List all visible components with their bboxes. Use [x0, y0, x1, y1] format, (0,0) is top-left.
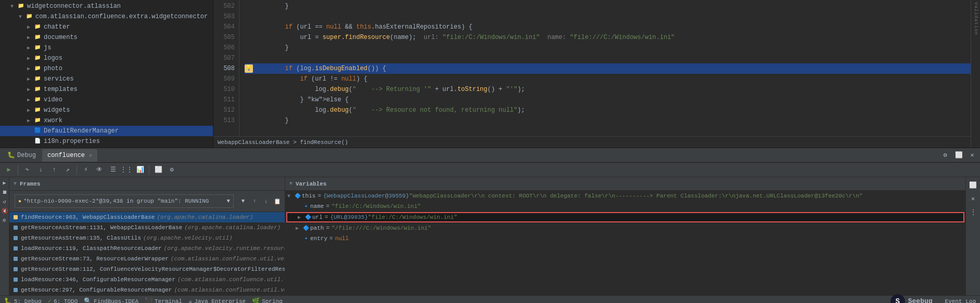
tree-item-video[interactable]: ▶📁video — [0, 95, 213, 105]
run-to-cursor-btn[interactable]: ↗ — [62, 164, 73, 176]
rp-close-icon[interactable]: ✕ — [968, 193, 979, 204]
rp-more-icon[interactable]: ⋮ — [968, 206, 979, 218]
var-item-this[interactable]: ▼🔷this={WebappClassLoader@39559}"WebappC… — [285, 191, 965, 201]
status-spring[interactable]: 🌿 Spring — [252, 297, 283, 303]
var-item-entry[interactable]: 🔹entry=null — [285, 233, 965, 244]
code-line-509: if (url != null) { — [245, 74, 971, 84]
frame-label: getResource:297, ConfigurableResourceMan… — [21, 287, 172, 293]
threads-btn[interactable]: ⋮⋮ — [121, 164, 132, 176]
status-java-enterprise-label: Java Enterprise — [194, 298, 246, 304]
frame-detail: (org.apache.catalina.loader) — [184, 225, 281, 231]
step-into-btn[interactable]: ↓ — [35, 164, 46, 176]
variables-content[interactable]: ▼🔷this={WebappClassLoader@39559}"WebappC… — [285, 191, 965, 295]
tree-item-defaultrendermanager[interactable]: 🟦DefaultRenderManager — [0, 126, 213, 136]
status-event-log[interactable]: Event Log — [945, 298, 976, 304]
tab-debug[interactable]: 🐛 Debug — [2, 149, 41, 162]
folder-icon: 📁 — [33, 75, 42, 83]
watch-btn[interactable]: 👁 — [94, 164, 105, 176]
thread-dropdown[interactable]: ● *http-nio-9090-exec-2*@39,438 in group… — [15, 194, 234, 208]
step-over-btn[interactable]: ↷ — [21, 164, 33, 176]
frame-item-5[interactable]: getResourceStream:112, ConfluenceVelocit… — [9, 264, 285, 274]
tree-item-xwork[interactable]: ▶📁xwork — [0, 115, 213, 126]
tree-item-documents[interactable]: ▶📁documents — [0, 32, 213, 43]
frames-content[interactable]: findResource:963, WebappClassLoaderBase(… — [9, 212, 285, 295]
frame-item-1[interactable]: getResourceAsStream:1131, WebappClassLoa… — [9, 222, 285, 233]
var-equals: = — [317, 193, 321, 199]
folder-icon: 📁 — [33, 44, 42, 52]
tree-item-js[interactable]: ▶📁js — [0, 43, 213, 53]
close-debug-btn[interactable]: ✕ — [966, 150, 978, 161]
tab-confluence-close[interactable]: ✕ — [89, 152, 92, 159]
frame-item-0[interactable]: findResource:963, WebappClassLoaderBase(… — [9, 212, 285, 222]
status-debug[interactable]: 🐛 5: Debug — [4, 297, 42, 303]
tree-item-label: templates — [44, 86, 78, 93]
tree-item-i18n.properties[interactable]: 📄i18n.properties — [0, 136, 213, 147]
restore-view-btn[interactable]: ⬜ — [152, 164, 164, 176]
dl-stop-icon[interactable]: ⏹ — [1, 189, 8, 196]
var-item-name[interactable]: 🔹name="file:/C:/Windows/win.ini" — [285, 201, 965, 212]
dl-mute-icon[interactable]: 🔇 — [1, 207, 8, 215]
step-out-btn[interactable]: ↑ — [48, 164, 60, 176]
var-type-icon: 🔷 — [305, 214, 312, 220]
folder-icon: 📁 — [33, 23, 42, 31]
tree-item-chatter[interactable]: ▶📁chatter — [0, 22, 213, 32]
dl-bg-icon[interactable]: ⚙ — [1, 217, 8, 224]
evaluate-btn[interactable]: ⚡ — [80, 164, 92, 176]
frame-detail: (org.apache.velocity.runtime.resource.lo… — [164, 245, 285, 252]
var-val-label: "file:/C:/Windows/win.ini" — [368, 214, 457, 220]
status-todo[interactable]: ✓ 6: TODO — [48, 297, 78, 303]
tree-item-com.atlassian.confluence.extra.widgetconnector[interactable]: ▼📁com.atlassian.confluence.extra.widgetc… — [0, 11, 213, 22]
code-line-506: } — [245, 43, 971, 53]
debug-tabs-bar: 🐛 Debug confluence ✕ ⚙ ⬜ ✕ — [0, 148, 980, 163]
restore-btn[interactable]: ⬜ — [953, 150, 964, 161]
tree-item-templates[interactable]: ▶📁templates — [0, 84, 213, 95]
resume-btn[interactable]: ▶ — [3, 164, 15, 176]
tab-confluence[interactable]: confluence ✕ — [42, 149, 97, 162]
frame-detail: (org.apache.velocity.util) — [143, 235, 233, 241]
class-icon: 🟦 — [33, 127, 42, 135]
tree-item-label: i18n.properties — [44, 138, 100, 145]
rp-restore-icon[interactable]: ⬜ — [968, 179, 979, 191]
frame-filter-btn[interactable]: ▼ — [238, 196, 248, 206]
status-debug-label: 5: Debug — [14, 298, 42, 304]
tree-item-widgetconnector.atlassian[interactable]: ▼📁widgetconnector.atlassian — [0, 1, 213, 11]
frame-copy-btn[interactable]: 📋 — [272, 196, 283, 206]
var-item-path[interactable]: ▶🔷path="/file:///C:/Windows/win.ini" — [285, 223, 965, 233]
memory-btn[interactable]: 📊 — [134, 164, 146, 176]
var-type-label: {URL@39835} — [330, 214, 368, 220]
frame-item-4[interactable]: getResourceStream:73, ResourceLoaderWrap… — [9, 254, 285, 264]
dl-play-icon[interactable]: ▶ — [1, 179, 8, 187]
line-num-508: 508 — [213, 63, 235, 74]
frame-item-3[interactable]: loadResource:119, ClasspathResourceLoade… — [9, 243, 285, 254]
tree-item-photo[interactable]: ▶📁photo — [0, 63, 213, 74]
tree-item-logos[interactable]: ▶📁logos — [0, 53, 213, 63]
dl-restart-icon[interactable]: ↺ — [1, 198, 8, 205]
frames-btn[interactable]: ☰ — [107, 164, 119, 176]
folder-arrow-icon: ▶ — [27, 45, 33, 51]
folder-icon: 📁 — [33, 116, 42, 125]
gear-btn[interactable]: ⚙ — [166, 164, 177, 176]
variables-panel: ▼ Variables ▼🔷this={WebappClassLoader@39… — [285, 177, 965, 295]
frame-item-2[interactable]: getResourceAsStream:135, ClassUtils(org.… — [9, 233, 285, 243]
folder-arrow-icon: ▼ — [10, 4, 17, 9]
code-line-507 — [245, 53, 971, 63]
status-findbugs[interactable]: 🔍 FindBugs-IDEA — [84, 297, 138, 303]
frame-down-btn[interactable]: ↓ — [261, 196, 271, 206]
line-num-511: 511 — [213, 95, 235, 105]
status-terminal[interactable]: ⬛ Terminal — [145, 297, 182, 303]
var-expand-icon: ▶ — [298, 214, 305, 220]
tree-item-services[interactable]: ▶📁services — [0, 74, 213, 84]
frame-up-btn[interactable]: ↑ — [249, 196, 260, 206]
folder-arrow-icon: ▶ — [27, 76, 33, 82]
debug-status-icon: 🐛 — [4, 297, 12, 303]
tree-item-widgets[interactable]: ▶📁widgets — [0, 105, 213, 115]
settings-btn[interactable]: ⚙ — [939, 150, 951, 161]
frame-bullet-icon — [14, 236, 18, 240]
status-java-enterprise[interactable]: ☕ Java Enterprise — [188, 297, 246, 303]
status-spring-label: Spring — [262, 298, 283, 304]
var-item-url[interactable]: ▶🔷url={URL@39835}"file:/C:/Windows/win.i… — [286, 212, 964, 222]
frame-item-6[interactable]: loadResource:346, ConfigurableResourceMa… — [9, 274, 285, 285]
code-content[interactable]: } if (url == null && this.hasExternalRep… — [239, 0, 971, 136]
line-num-512: 512 — [213, 105, 235, 115]
frame-item-7[interactable]: getResource:297, ConfigurableResourceMan… — [9, 285, 285, 295]
